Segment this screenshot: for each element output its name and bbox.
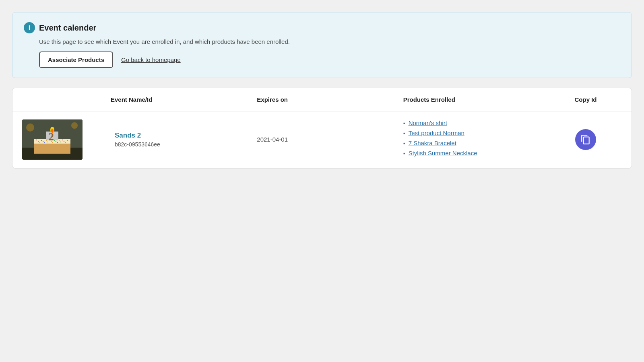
list-item: Stylish Summer Necklace (403, 150, 549, 156)
banner-actions: Associate Products Go back to homepage (39, 51, 620, 68)
event-expires-cell: 2021-04-01 (257, 136, 403, 143)
associate-products-button[interactable]: Associate Products (39, 51, 113, 68)
info-banner: i Event calender Use this page to see wh… (12, 12, 632, 78)
event-image-canvas (22, 119, 83, 160)
list-item: 7 Shakra Bracelet (403, 140, 549, 146)
info-icon: i (24, 22, 35, 33)
table-header: Event Name/Id Expires on Products Enroll… (12, 88, 632, 111)
events-table: Event Name/Id Expires on Products Enroll… (12, 88, 632, 169)
event-expires-date: 2021-04-01 (257, 136, 288, 143)
products-enrolled-cell: Norman's shirt Test product Norman 7 Sha… (403, 119, 549, 160)
table-row: Sands 2 b82c-09553646ee 2021-04-01 Norma… (12, 111, 632, 168)
header-event-name: Event Name/Id (111, 96, 257, 103)
event-id: b82c-09553646ee (115, 141, 257, 148)
header-image-spacer (22, 96, 111, 103)
event-image (22, 119, 83, 160)
copy-id-cell (549, 129, 622, 150)
copy-icon (580, 134, 591, 145)
banner-description: Use this page to see which Event you are… (39, 38, 620, 45)
list-item: Test product Norman (403, 130, 549, 136)
event-name: Sands 2 (115, 132, 257, 140)
banner-header: i Event calender (24, 22, 620, 33)
header-expires-on: Expires on (257, 96, 403, 103)
header-products-enrolled: Products Enrolled (403, 96, 549, 103)
product-link-2[interactable]: Test product Norman (409, 130, 464, 136)
banner-title: Event calender (39, 23, 96, 33)
product-link-4[interactable]: Stylish Summer Necklace (409, 150, 477, 156)
product-link-3[interactable]: 7 Shakra Bracelet (409, 140, 456, 146)
products-list: Norman's shirt Test product Norman 7 Sha… (403, 119, 549, 156)
list-item: Norman's shirt (403, 119, 549, 126)
copy-id-button[interactable] (575, 129, 596, 150)
product-link-1[interactable]: Norman's shirt (409, 119, 447, 126)
event-name-cell: Sands 2 b82c-09553646ee (111, 132, 257, 148)
event-image-cell (22, 119, 111, 160)
go-back-link[interactable]: Go back to homepage (121, 56, 181, 63)
header-copy-id: Copy Id (549, 96, 622, 103)
